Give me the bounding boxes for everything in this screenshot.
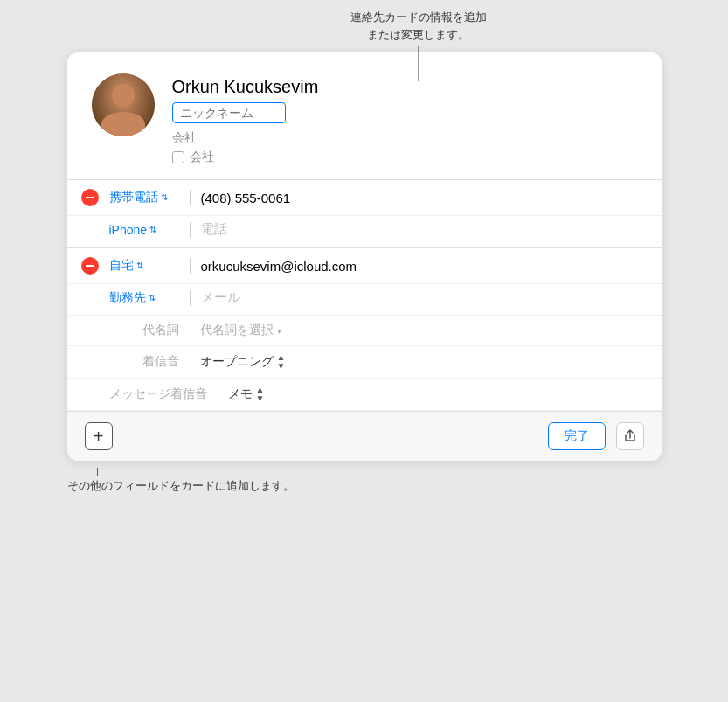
phone-label[interactable]: 携帯電話 ⇅ — [109, 190, 179, 205]
done-button[interactable]: 完了 — [548, 422, 606, 450]
share-button[interactable] — [616, 422, 644, 450]
nickname-input[interactable] — [172, 102, 286, 123]
message-tone-stepper-icon: ▲▼ — [256, 386, 265, 403]
email-home-stepper-icon: ⇅ — [136, 261, 143, 270]
email-home-label[interactable]: 自宅 ⇅ — [109, 258, 179, 274]
avatar-image — [92, 73, 155, 136]
email-work-stepper-icon: ⇅ — [149, 294, 156, 302]
ringtone-stepper-icon: ▲▼ — [277, 353, 286, 371]
card-footer: + 完了 — [67, 411, 662, 461]
iphone-separator — [190, 222, 191, 238]
phone-stepper-icon: ⇅ — [161, 193, 168, 202]
email-minus-button[interactable] — [81, 257, 99, 275]
ringtone-label: 着信音 — [109, 354, 179, 370]
company-row: 会社 — [172, 149, 637, 165]
phone-minus-button[interactable] — [81, 189, 99, 206]
phone-row: 携帯電話 ⇅ (408) 555-0061 — [67, 180, 662, 216]
pronoun-chevron-icon: ▾ — [277, 326, 281, 336]
bottom-tooltip-text: その他のフィールドをカードに追加します。 — [67, 478, 295, 494]
email-work-label[interactable]: 勤務先 ⇅ — [109, 290, 179, 306]
fields-section: 携帯電話 ⇅ (408) 555-0061 iPhone ⇅ 電話 自宅 ⇅ o… — [67, 180, 662, 411]
contact-info: Orkun Kucuksevim 会社 会社 — [172, 73, 637, 165]
footer-right: 完了 — [548, 422, 644, 450]
pronoun-label: 代名詞 — [109, 323, 179, 338]
ringtone-value[interactable]: オープニング ▲▼ — [200, 353, 286, 371]
contact-card: Orkun Kucuksevim 会社 会社 携帯電話 ⇅ (408) 555-… — [67, 52, 662, 461]
top-tooltip-text: 連絡先カードの情報を追加 または変更します。 — [350, 9, 487, 43]
avatar — [92, 73, 155, 136]
email-home-row: 自宅 ⇅ orkucuksevim@icloud.com — [67, 248, 662, 284]
email-home-separator — [190, 258, 191, 274]
iphone-row: iPhone ⇅ 電話 — [67, 216, 662, 247]
email-home-value: orkucuksevim@icloud.com — [201, 259, 644, 274]
bottom-tooltip-line — [97, 468, 98, 476]
top-tooltip: 連絡先カードの情報を追加 または変更します。 — [350, 9, 487, 81]
company-checkbox-label: 会社 — [190, 149, 214, 165]
pronoun-select[interactable]: 代名詞を選択 ▾ — [200, 323, 281, 338]
bottom-tooltip: その他のフィールドをカードに追加します。 — [67, 468, 662, 494]
phone-value: (408) 555-0061 — [201, 191, 644, 205]
iphone-placeholder: 電話 — [201, 221, 644, 238]
email-work-separator — [190, 290, 191, 306]
phone-separator — [190, 190, 191, 205]
share-icon — [623, 429, 637, 443]
message-tone-label: メッセージ着信音 — [109, 386, 207, 402]
message-tone-value[interactable]: メモ ▲▼ — [228, 386, 265, 403]
add-field-button[interactable]: + — [85, 422, 113, 450]
pronoun-row: 代名詞 代名詞を選択 ▾ — [67, 316, 662, 346]
tooltip-line — [418, 46, 419, 81]
ringtone-row: 着信音 オープニング ▲▼ — [67, 346, 662, 379]
email-work-row: 勤務先 ⇅ メール — [67, 284, 662, 316]
company-checkbox[interactable] — [172, 151, 184, 163]
message-tone-row: メッセージ着信音 メモ ▲▼ — [67, 379, 662, 411]
iphone-stepper-icon: ⇅ — [149, 226, 156, 234]
iphone-label[interactable]: iPhone ⇅ — [109, 223, 179, 237]
email-work-placeholder: メール — [201, 289, 644, 306]
company-label: 会社 — [172, 130, 637, 146]
